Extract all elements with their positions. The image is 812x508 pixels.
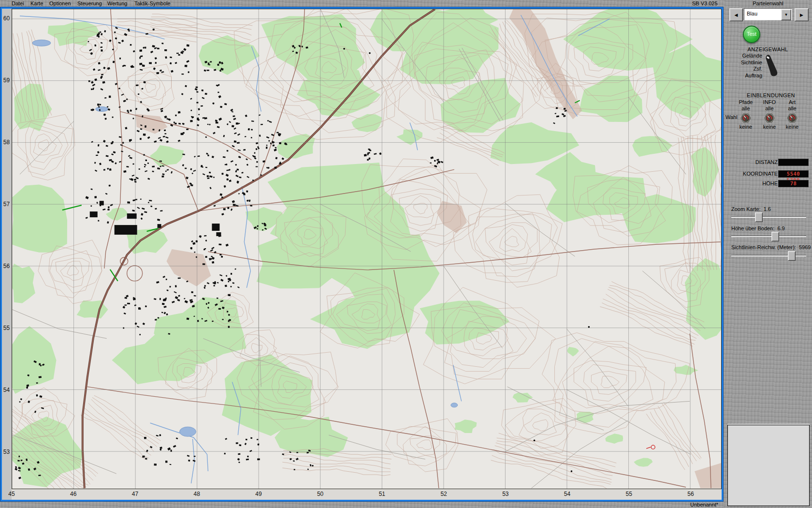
map-canvas[interactable]: [12, 9, 722, 489]
coordinate-value: 5540 5300: [778, 170, 809, 178]
party-select-label: Parteienwahl: [743, 0, 793, 6]
menu-optionen[interactable]: Optionen: [49, 0, 71, 6]
zoom-slider-value: 1.6: [764, 206, 771, 212]
party-dropdown[interactable]: Blau ▼: [744, 8, 792, 20]
zoom-slider[interactable]: [731, 216, 806, 218]
party-prev-button[interactable]: ◀: [729, 8, 743, 21]
test-button[interactable]: Test: [743, 26, 760, 43]
dropdown-arrow-icon[interactable]: ▼: [781, 9, 791, 20]
art-knob-icon[interactable]: [786, 112, 798, 124]
einblendung-pfade-alle: alle: [734, 105, 757, 112]
los-range-slider[interactable]: [731, 255, 806, 256]
coordinate-readout-row: KOORDINATE 5540 5300: [724, 170, 812, 178]
zoom-slider-label: Zoom Karte: 1.6: [731, 206, 771, 212]
einblendung-info-label: INFO: [758, 99, 781, 105]
info-panel: [727, 425, 810, 506]
party-dropdown-value: Blau: [747, 11, 757, 16]
menu-steuerung[interactable]: Steuerung: [77, 0, 102, 6]
einblendung-pfade-label: Pfade: [734, 99, 757, 105]
einblendung-info-alle: alle: [758, 105, 781, 112]
einblendung-column-art: Art alle keine: [781, 99, 804, 130]
anzeigewahl-option-auftrag[interactable]: Auftrag: [727, 73, 762, 79]
height-readout-row: HÖHE 78: [724, 180, 812, 188]
anzeigewahl-options: Gelände Sichtlinie Zsf. Auftrag: [727, 53, 762, 79]
party-next-button[interactable]: ▶: [795, 8, 809, 21]
menu-bar: Datei Karte Optionen Steuerung Wertung T…: [0, 0, 724, 7]
map-row-labels: 6059585756555453: [2, 9, 12, 489]
einblendung-info-keine: keine: [758, 124, 781, 130]
map-frame: 6059585756555453 45464748495051525354555…: [0, 7, 724, 502]
einblendung-pfade-keine: keine: [734, 124, 757, 130]
height-label: HÖHE: [762, 180, 778, 186]
anzeigewahl-lever-knob-icon[interactable]: [762, 53, 782, 78]
scenario-filename: Unbenannt*: [690, 502, 718, 508]
info-knob-icon[interactable]: [764, 112, 775, 124]
los-range-slider-label: Sichtlinien-Reichw. (Meter): 5969: [731, 244, 811, 250]
slider-thumb[interactable]: [755, 212, 763, 222]
anzeigewahl-option-gelaende[interactable]: Gelände: [727, 53, 762, 60]
menu-taktik-symbole[interactable]: Taktik-Symbole: [134, 0, 171, 6]
version-label: SB V3.025: [692, 0, 718, 6]
menu-karte[interactable]: Karte: [30, 0, 43, 6]
distance-readout-row: DISTANZ: [724, 159, 812, 166]
anzeigewahl-option-zsf[interactable]: Zsf.: [727, 66, 762, 73]
einblendungen-title: EINBLENDUNGEN: [724, 92, 812, 98]
menu-wertung[interactable]: Wertung: [107, 0, 127, 6]
slider-thumb[interactable]: [788, 251, 796, 261]
einblendung-art-label: Art: [781, 99, 804, 105]
einblendung-art-alle: alle: [781, 105, 804, 112]
einblendung-art-keine: keine: [781, 124, 804, 130]
eye-height-slider-label: Höhe über Boden: 6.9: [731, 225, 785, 231]
eye-height-slider[interactable]: [731, 236, 806, 237]
menu-datei[interactable]: Datei: [12, 0, 24, 6]
distance-label: DISTANZ: [755, 159, 778, 165]
status-bar: Unbenannt*: [0, 502, 724, 508]
einblendung-column-info: INFO alle keine: [758, 99, 781, 130]
pfade-knob-icon[interactable]: [740, 112, 752, 124]
map-col-labels: 454647484950515253545556: [12, 489, 722, 500]
sidebar: Parteienwahl ◀ Blau ▼ ▶ Test ANZEIGEWAHL…: [724, 0, 812, 508]
eye-height-slider-value: 6.9: [777, 225, 784, 231]
los-range-slider-value: 5969: [799, 244, 811, 250]
coordinate-label: KOORDINATE: [743, 171, 778, 177]
height-value: 78: [778, 180, 809, 187]
distance-value: [778, 159, 809, 166]
slider-thumb[interactable]: [771, 232, 779, 241]
einblendung-column-pfade: Pfade alle keine: [734, 99, 757, 130]
anzeigewahl-title: ANZEIGEWAHL: [724, 46, 812, 52]
anzeigewahl-option-sichtlinie[interactable]: Sichtlinie: [727, 60, 762, 66]
